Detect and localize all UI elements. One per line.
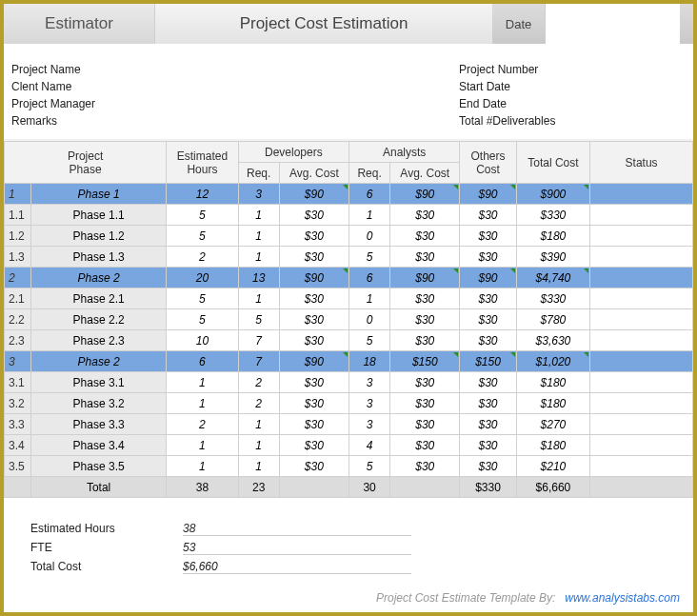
table-row[interactable]: 2.3Phase 2.3107$305$30$30$3,630 [5, 330, 693, 351]
row-dev-avg[interactable]: $30 [279, 372, 348, 393]
row-an-req[interactable]: 5 [349, 247, 390, 268]
table-row[interactable]: 1.3Phase 1.321$305$30$30$390 [5, 247, 693, 268]
row-an-req[interactable]: 3 [349, 393, 390, 414]
row-an-avg[interactable]: $30 [390, 205, 460, 226]
row-dev-avg[interactable]: $30 [279, 456, 348, 477]
row-others[interactable]: $30 [460, 247, 516, 268]
row-dev-req[interactable]: 1 [238, 247, 279, 268]
row-others[interactable]: $90 [460, 184, 516, 205]
row-an-req[interactable]: 3 [349, 414, 390, 435]
row-an-avg[interactable]: $90 [390, 184, 460, 205]
row-an-req[interactable]: 5 [349, 456, 390, 477]
row-an-avg[interactable]: $30 [390, 372, 460, 393]
row-an-req[interactable]: 0 [349, 226, 390, 247]
row-status[interactable] [590, 205, 693, 226]
row-an-req[interactable]: 5 [349, 330, 390, 351]
row-total[interactable]: $270 [516, 414, 590, 435]
row-dev-req[interactable]: 1 [238, 226, 279, 247]
row-total[interactable]: $390 [516, 247, 590, 268]
table-row[interactable]: 1.1Phase 1.151$301$30$30$330 [5, 205, 693, 226]
footer-link[interactable]: www.analysistabs.com [565, 591, 680, 605]
row-dev-req[interactable]: 1 [238, 288, 279, 309]
row-status[interactable] [590, 309, 693, 330]
row-hours[interactable]: 5 [167, 309, 238, 330]
row-status[interactable] [590, 330, 693, 351]
row-an-avg[interactable]: $30 [390, 226, 460, 247]
row-an-avg[interactable]: $30 [390, 309, 460, 330]
row-total[interactable]: $780 [516, 309, 590, 330]
row-total[interactable]: $3,630 [516, 330, 590, 351]
row-an-req[interactable]: 18 [349, 351, 390, 372]
row-an-avg[interactable]: $30 [390, 288, 460, 309]
row-hours[interactable]: 20 [167, 268, 238, 288]
row-total[interactable]: $180 [516, 372, 590, 393]
row-an-req[interactable]: 6 [349, 268, 390, 288]
table-row[interactable]: 3.5Phase 3.511$305$30$30$210 [5, 456, 693, 477]
row-dev-req[interactable]: 3 [238, 184, 279, 205]
row-others[interactable]: $90 [460, 268, 516, 288]
row-total[interactable]: $900 [516, 184, 590, 205]
row-dev-avg[interactable]: $30 [279, 226, 348, 247]
row-others[interactable]: $30 [460, 330, 516, 351]
row-dev-avg[interactable]: $90 [279, 268, 348, 288]
summary-hours-value[interactable]: 38 [183, 522, 411, 536]
row-hours[interactable]: 5 [167, 288, 238, 309]
row-an-req[interactable]: 6 [349, 184, 390, 205]
row-total[interactable]: $4,740 [516, 268, 590, 288]
row-dev-avg[interactable]: $30 [279, 393, 348, 414]
row-an-avg[interactable]: $30 [390, 435, 460, 456]
row-an-req[interactable]: 0 [349, 309, 390, 330]
row-hours[interactable]: 5 [167, 205, 238, 226]
row-dev-req[interactable]: 1 [238, 414, 279, 435]
row-status[interactable] [590, 435, 693, 456]
row-dev-avg[interactable]: $90 [279, 184, 348, 205]
row-others[interactable]: $30 [460, 456, 516, 477]
row-an-avg[interactable]: $30 [390, 456, 460, 477]
row-dev-avg[interactable]: $30 [279, 414, 348, 435]
row-dev-req[interactable]: 2 [238, 372, 279, 393]
row-dev-req[interactable]: 1 [238, 205, 279, 226]
row-an-avg[interactable]: $90 [390, 268, 460, 288]
row-others[interactable]: $150 [460, 351, 516, 372]
row-status[interactable] [590, 414, 693, 435]
row-dev-req[interactable]: 5 [238, 309, 279, 330]
row-status[interactable] [590, 288, 693, 309]
row-an-req[interactable]: 4 [349, 435, 390, 456]
row-status[interactable] [590, 393, 693, 414]
row-others[interactable]: $30 [460, 205, 516, 226]
row-hours[interactable]: 2 [167, 247, 238, 268]
table-row[interactable]: 3.3Phase 3.321$303$30$30$270 [5, 414, 693, 435]
row-an-avg[interactable]: $30 [390, 330, 460, 351]
row-an-avg[interactable]: $30 [390, 247, 460, 268]
row-hours[interactable]: 1 [167, 393, 238, 414]
row-hours[interactable]: 5 [167, 226, 238, 247]
row-total[interactable]: $180 [516, 393, 590, 414]
table-row[interactable]: 3.2Phase 3.212$303$30$30$180 [5, 393, 693, 414]
table-row[interactable]: 1.2Phase 1.251$300$30$30$180 [5, 226, 693, 247]
row-dev-avg[interactable]: $30 [279, 205, 348, 226]
row-total[interactable]: $180 [516, 435, 590, 456]
row-dev-avg[interactable]: $30 [279, 247, 348, 268]
row-hours[interactable]: 2 [167, 414, 238, 435]
row-dev-req[interactable]: 13 [238, 268, 279, 288]
row-others[interactable]: $30 [460, 414, 516, 435]
row-others[interactable]: $30 [460, 393, 516, 414]
row-an-req[interactable]: 1 [349, 205, 390, 226]
row-dev-avg[interactable]: $90 [279, 351, 348, 372]
row-an-avg[interactable]: $150 [390, 351, 460, 372]
row-hours[interactable]: 1 [167, 456, 238, 477]
row-hours[interactable]: 10 [167, 330, 238, 351]
row-total[interactable]: $1,020 [516, 351, 590, 372]
table-row[interactable]: 1Phase 1123$906$90$90$900 [5, 184, 693, 205]
row-others[interactable]: $30 [460, 226, 516, 247]
row-status[interactable] [590, 456, 693, 477]
summary-totalcost-value[interactable]: $6,660 [183, 560, 411, 574]
table-row[interactable]: 3Phase 267$9018$150$150$1,020 [5, 351, 693, 372]
row-status[interactable] [590, 247, 693, 268]
row-hours[interactable]: 1 [167, 435, 238, 456]
row-dev-req[interactable]: 1 [238, 435, 279, 456]
row-dev-req[interactable]: 7 [238, 351, 279, 372]
table-row[interactable]: 3.1Phase 3.112$303$30$30$180 [5, 372, 693, 393]
row-status[interactable] [590, 268, 693, 288]
row-dev-avg[interactable]: $30 [279, 288, 348, 309]
